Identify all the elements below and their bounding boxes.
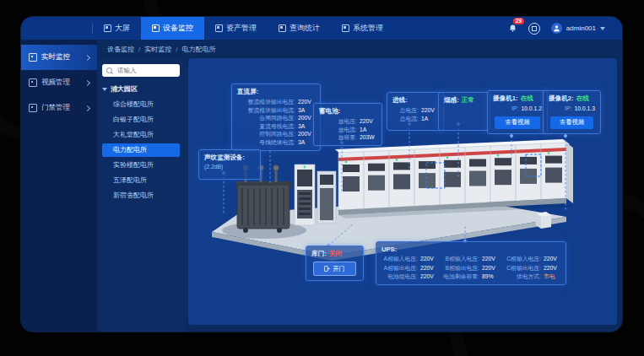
tree-item[interactable]: 实验楼配电所 bbox=[102, 159, 180, 172]
realtime-monitor-icon bbox=[29, 53, 37, 62]
tree-item[interactable]: 白银子配电所 bbox=[102, 113, 180, 127]
breadcrumb-item[interactable]: 电力配电所 bbox=[181, 45, 215, 54]
data-value: 220V bbox=[482, 255, 499, 263]
tree-item[interactable]: 综合楼配电所 bbox=[102, 98, 180, 111]
data-value: 10.0.1.3 bbox=[574, 105, 595, 113]
card-subtitle: (2.2dB) bbox=[204, 164, 255, 170]
data-row: A相输入电压:220V bbox=[382, 255, 437, 263]
chevron-right-icon bbox=[84, 79, 90, 85]
breadcrumb: 设备监控/实时监控/电力配电所 bbox=[97, 40, 622, 58]
card-title-label: 进线: bbox=[392, 96, 408, 104]
card-title: 摄像机2:在线 bbox=[549, 94, 595, 103]
breadcrumb-item[interactable]: 实时监控 bbox=[144, 45, 171, 54]
data-value: 220V bbox=[544, 264, 560, 272]
fullscreen-button[interactable] bbox=[528, 23, 540, 35]
search-icon bbox=[106, 67, 112, 73]
nav-item-3[interactable]: 资产管理 bbox=[204, 17, 268, 40]
stats-icon bbox=[279, 24, 286, 32]
notification-badge: 29 bbox=[513, 18, 524, 24]
sidebar-item-3[interactable]: 门禁管理 bbox=[21, 95, 97, 121]
breadcrumb-item[interactable]: 设备监控 bbox=[107, 45, 134, 54]
bell-icon bbox=[508, 24, 517, 33]
scene-panel: 直流屏:整流模块输出电压:220V整流模块输出电流:3A合闸回路电压:200V直… bbox=[188, 58, 617, 325]
station-tree: 浦大园区 综合楼配电所白银子配电所大礼堂配电所电力配电所实验楼配电所五泽配电所新… bbox=[102, 84, 180, 202]
data-row: 母线绝缘电流:3A bbox=[237, 138, 315, 147]
data-row: C相输出电压:220V bbox=[505, 264, 560, 272]
data-value: 10.0.1.2 bbox=[521, 105, 542, 113]
breadcrumb-separator: / bbox=[138, 46, 140, 53]
data-row: 合闸回路电压:200V bbox=[237, 114, 315, 122]
data-row: 总电压:220V bbox=[392, 106, 438, 115]
data-label: 供电方式: bbox=[505, 272, 541, 281]
data-value: 220V bbox=[360, 117, 376, 126]
chevron-down-icon bbox=[600, 27, 605, 30]
tree-item[interactable]: 五泽配电所 bbox=[102, 174, 180, 187]
card-title-label: 库门: bbox=[311, 250, 327, 257]
caret-down-icon bbox=[102, 88, 107, 91]
asset-icon bbox=[215, 24, 223, 32]
data-row: 总电流:1A bbox=[392, 115, 438, 123]
nav-item-2[interactable]: 设备监控 bbox=[141, 17, 204, 40]
tree-item[interactable]: 大礼堂配电所 bbox=[102, 128, 180, 142]
search-input[interactable] bbox=[116, 66, 176, 75]
data-row: 放电流:1A bbox=[319, 126, 376, 134]
data-row: 供电方式:市电 bbox=[505, 272, 560, 281]
data-label: 控制回路电压: bbox=[237, 130, 295, 138]
user-menu[interactable]: admin001 bbox=[551, 23, 605, 34]
card-title-label: 摄像机2: bbox=[549, 94, 574, 102]
view-video-button[interactable]: 查看视频 bbox=[550, 116, 593, 129]
user-icon bbox=[553, 24, 560, 32]
data-label: 整流模块输出电压: bbox=[237, 98, 295, 106]
access-icon bbox=[29, 104, 37, 112]
card-title: 库门:关闭 bbox=[311, 250, 358, 258]
logo-area bbox=[21, 17, 92, 40]
card-title: 直流屏: bbox=[237, 88, 315, 96]
breadcrumb-separator: / bbox=[176, 46, 177, 53]
data-label: 直流母线电流: bbox=[237, 122, 295, 131]
notifications-button[interactable]: 29 bbox=[508, 21, 517, 36]
sidebar-item-1[interactable]: 实时监控 bbox=[21, 45, 97, 70]
tree-item[interactable]: 新宿舍配电所 bbox=[102, 189, 180, 202]
view-video-button[interactable]: 查看视频 bbox=[495, 116, 539, 129]
button-label: 查看视频 bbox=[560, 118, 584, 126]
tree-item[interactable]: 电力配电所 bbox=[102, 143, 180, 157]
card-title-label: 烟感: bbox=[444, 96, 459, 104]
data-row: B相输出电压:220V bbox=[443, 264, 499, 272]
nav-item-label: 查询统计 bbox=[290, 23, 320, 34]
chevron-right-icon bbox=[84, 54, 90, 60]
open-door-button[interactable]: 开门 bbox=[313, 262, 356, 276]
data-label: 总电流: bbox=[392, 115, 419, 123]
data-label: 电池组电压: bbox=[382, 272, 418, 281]
tree-root-node[interactable]: 浦大园区 bbox=[102, 84, 180, 94]
data-value: 203W bbox=[360, 133, 376, 142]
screen-icon bbox=[104, 24, 111, 32]
data-label: 电池剩余容量: bbox=[443, 272, 479, 281]
search-box[interactable] bbox=[102, 64, 180, 77]
card-door: 库门:关闭开门 bbox=[306, 245, 364, 281]
card-camera1: 摄像机1:在线IP:10.0.1.2查看视频 bbox=[487, 90, 548, 134]
ups-grid: A相输入电压:220VB相输入电压:220VC相输入电压:220VA相输出电压:… bbox=[382, 255, 560, 281]
card-dc: 直流屏:整流模块输出电压:220V整流模块输出电流:3A合闸回路电压:200V直… bbox=[231, 84, 321, 151]
card-battery: 蓄电池:放电压:220V放电流:1A放容量:203W bbox=[313, 103, 382, 146]
card-acoustic: 声纹监测设备:(2.2dB) bbox=[198, 149, 261, 180]
nav-item-1[interactable]: 大屏 bbox=[93, 17, 141, 40]
door-open-icon bbox=[324, 266, 330, 272]
data-label: 总电压: bbox=[392, 106, 419, 115]
nav-item-label: 资产管理 bbox=[226, 23, 257, 34]
card-title-label: 直流屏: bbox=[237, 88, 258, 95]
button-label: 开门 bbox=[333, 265, 345, 273]
nav-right: 29 admin001 bbox=[508, 17, 622, 40]
button-label: 查看视频 bbox=[505, 118, 529, 126]
card-title: 烟感:正常 bbox=[444, 96, 484, 105]
data-value: 220V bbox=[482, 264, 499, 272]
nav-item-4[interactable]: 查询统计 bbox=[268, 17, 331, 40]
data-value: 220V bbox=[544, 255, 560, 263]
nav-item-5[interactable]: 系统管理 bbox=[331, 17, 394, 40]
data-label: IP: bbox=[549, 105, 571, 113]
data-value: 3A bbox=[298, 138, 315, 147]
sidebar: 实时监控视频管理门禁管理 bbox=[21, 40, 97, 332]
sidebar-item-2[interactable]: 视频管理 bbox=[21, 70, 97, 95]
data-label: 母线绝缘电流: bbox=[237, 138, 295, 147]
data-value: 3A bbox=[298, 106, 315, 115]
data-row: C相输入电压:220V bbox=[505, 255, 560, 263]
